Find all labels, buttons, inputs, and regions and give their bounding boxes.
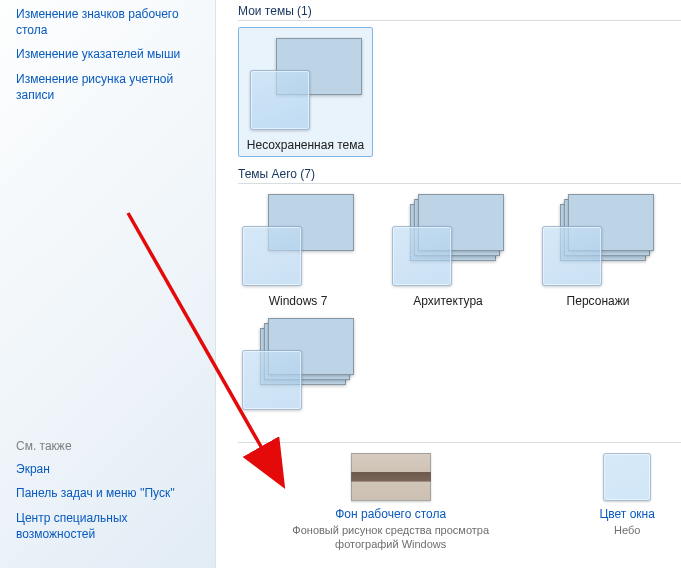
desktop-background-desc: Фоновый рисунок средства просмотра фотог…	[288, 524, 493, 552]
heading-my-themes: Мои темы (1)	[238, 4, 681, 18]
theme-windows7[interactable]: Windows 7	[238, 190, 358, 308]
glass-swatch	[242, 350, 302, 410]
theme-architecture[interactable]: Архитектура	[388, 190, 508, 308]
desktop-background-thumb[interactable]	[351, 453, 431, 501]
window-color-swatch[interactable]	[603, 453, 651, 501]
desktop-background-link[interactable]: Фон рабочего стола	[335, 507, 446, 521]
glass-swatch	[250, 70, 310, 130]
link-taskbar-start[interactable]: Панель задач и меню ''Пуск''	[16, 485, 201, 501]
theme-label: Windows 7	[269, 294, 328, 308]
main-panel: Мои темы (1) Несохраненная тема Темы Aer…	[216, 0, 681, 568]
window-color-control: Цвет окна Небо	[573, 453, 681, 552]
heading-aero-themes: Темы Aero (7)	[238, 167, 681, 181]
link-account-picture[interactable]: Изменение рисунка учетной записи	[16, 71, 201, 103]
sidebar: Изменение значков рабочего стола Изменен…	[0, 0, 216, 568]
theme-label: Несохраненная тема	[247, 138, 364, 152]
divider	[238, 183, 681, 184]
glass-swatch	[392, 226, 452, 286]
theme-characters[interactable]: Персонажи	[538, 190, 658, 308]
link-ease-of-access[interactable]: Центр специальных возможностей	[16, 510, 201, 542]
desktop-background-control: Фон рабочего стола Фоновый рисунок средс…	[288, 453, 493, 552]
glass-swatch	[542, 226, 602, 286]
link-display[interactable]: Экран	[16, 461, 201, 477]
theme-label: Персонажи	[567, 294, 630, 308]
divider	[238, 20, 681, 21]
see-also-label: См. также	[16, 439, 201, 453]
glass-swatch	[242, 226, 302, 286]
theme-landscapes[interactable]	[238, 314, 358, 414]
link-mouse-pointers[interactable]: Изменение указателей мыши	[16, 46, 201, 62]
window-color-desc: Небо	[614, 524, 640, 538]
link-desktop-icons[interactable]: Изменение значков рабочего стола	[16, 6, 201, 38]
theme-label: Архитектура	[413, 294, 483, 308]
theme-unsaved[interactable]: Несохраненная тема	[238, 27, 373, 157]
window-color-link[interactable]: Цвет окна	[599, 507, 654, 521]
